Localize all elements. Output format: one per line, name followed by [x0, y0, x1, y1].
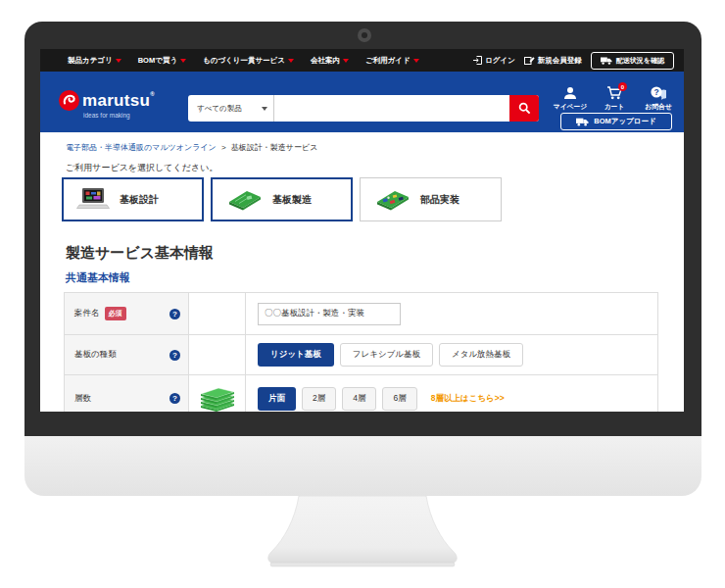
- search-button[interactable]: [509, 95, 539, 122]
- browser-screen: 製品カテゴリ BOMで買う ものづくり一貫サービス 会社案内 ご利用ガイド: [40, 49, 684, 412]
- nav-label: 製品カテゴリ: [68, 56, 113, 66]
- register-label: 新規会員登録: [538, 56, 582, 66]
- chevron-down-icon: [116, 59, 121, 63]
- service-card-label: 基板製造: [272, 193, 312, 207]
- help-icon[interactable]: ?: [169, 350, 180, 361]
- mypage-button[interactable]: マイページ: [550, 86, 591, 112]
- monitor-mockup: 製品カテゴリ BOMで買う ものづくり一貫サービス 会社案内 ご利用ガイド: [0, 0, 725, 588]
- service-card-pcb-manufacture[interactable]: 基板製造: [211, 177, 353, 221]
- nav-label: 会社案内: [311, 56, 340, 66]
- board-type-label-cell: 基板の種類 ?: [65, 335, 189, 374]
- search-category-value: すべての製品: [197, 104, 242, 114]
- svg-text:?: ?: [653, 87, 658, 97]
- nav-user-guide[interactable]: ご利用ガイド: [365, 56, 419, 66]
- chevron-down-icon: [343, 59, 349, 63]
- registered-mark: ®: [150, 91, 155, 97]
- marutsu-logo-mark-icon: [59, 90, 79, 111]
- register-icon: [524, 56, 535, 65]
- service-select-prompt: ご利用サービスを選択してください。: [66, 162, 218, 174]
- service-card-label: 部品実装: [420, 193, 459, 207]
- subsection-title: 共通基本情報: [66, 270, 130, 285]
- monitor-stand: [255, 496, 470, 568]
- top-nav-bar: 製品カテゴリ BOMで買う ものづくり一貫サービス 会社案内 ご利用ガイド: [40, 49, 684, 72]
- monitor-chin: [24, 436, 701, 496]
- logo-tagline: ideas for making: [83, 112, 155, 119]
- nav-label: ご利用ガイド: [365, 56, 411, 66]
- question-chat-icon: ?: [651, 86, 666, 100]
- chevron-down-icon: [288, 59, 294, 63]
- field-label: 層数: [74, 393, 91, 405]
- form-row-board-type: 基板の種類 ? リジット基板 フレキシブル基板 メタル放熱基板: [65, 335, 657, 375]
- dropdown-arrow-icon: [262, 107, 267, 111]
- more-layers-link[interactable]: 8層以上はこちら>>: [431, 393, 505, 405]
- required-badge: 必須: [105, 307, 126, 320]
- layer-count-options: 片面 2層 4層 6層 8層以上はこちら>>: [246, 375, 657, 412]
- row-icon-cell: [189, 375, 246, 412]
- breadcrumb-home-link[interactable]: 電子部品・半導体通販のマルツオンライン: [66, 143, 217, 152]
- logo-text: marutsu®: [82, 91, 155, 111]
- marutsu-logo[interactable]: marutsu® ideas for making: [59, 90, 155, 119]
- search-category-dropdown[interactable]: すべての製品: [188, 95, 274, 122]
- login-icon: [473, 56, 482, 65]
- search-icon: [518, 102, 531, 115]
- service-card-pcb-design[interactable]: 基板設計: [62, 177, 204, 221]
- option-4-layers[interactable]: 4層: [342, 387, 376, 411]
- chevron-down-icon: [180, 59, 186, 63]
- form-row-layer-count: 層数 ?: [65, 375, 657, 412]
- shipping-status-button[interactable]: 配送状況を確認: [591, 52, 674, 70]
- service-cards: 基板設計 基板製造: [62, 177, 502, 221]
- option-single-side[interactable]: 片面: [258, 387, 296, 411]
- option-rigid-board[interactable]: リジット基板: [258, 343, 334, 367]
- row-icon-cell: [189, 293, 246, 334]
- shipping-status-label: 配送状況を確認: [616, 56, 664, 66]
- mypage-label: マイページ: [554, 102, 588, 112]
- nav-label: ものづくり一貫サービス: [203, 56, 285, 66]
- row-icon-cell: [189, 335, 246, 374]
- cart-count-badge: 0: [618, 82, 627, 91]
- nav-label: BOMで買う: [138, 56, 177, 66]
- login-link[interactable]: ログイン: [473, 56, 515, 66]
- bom-upload-label: BOMアップロード: [594, 117, 655, 126]
- cart-label: カート: [604, 102, 625, 112]
- register-link[interactable]: 新規会員登録: [524, 56, 582, 66]
- layer-stack-icon: [198, 385, 237, 412]
- search-input[interactable]: [274, 95, 509, 122]
- page-content: 電子部品・半導体通販のマルツオンライン > 基板設計・製造サービス ご利用サービ…: [40, 132, 684, 412]
- breadcrumb-current: 基板設計・製造サービス: [231, 143, 318, 152]
- breadcrumb: 電子部品・半導体通販のマルツオンライン > 基板設計・製造サービス: [66, 142, 317, 153]
- form-row-project-name: 案件名 必須 ?: [65, 293, 657, 335]
- project-name-input[interactable]: [258, 303, 401, 325]
- site-header: marutsu® ideas for making すべての製品: [40, 72, 684, 132]
- field-label: 案件名: [74, 308, 100, 319]
- nav-product-category[interactable]: 製品カテゴリ: [68, 56, 121, 66]
- project-name-content-cell: [246, 293, 657, 334]
- project-name-label-cell: 案件名 必須 ?: [65, 293, 189, 334]
- laptop-design-icon: [76, 187, 110, 212]
- page-title: 製造サービス基本情報: [66, 244, 214, 263]
- board-type-options: リジット基板 フレキシブル基板 メタル放熱基板: [246, 335, 657, 374]
- option-metal-board[interactable]: メタル放熱基板: [439, 343, 523, 367]
- help-icon[interactable]: ?: [169, 309, 180, 319]
- basic-info-form: 案件名 必須 ? 基板の種類 ?: [64, 292, 658, 412]
- nav-company-info[interactable]: 会社案内: [311, 56, 349, 66]
- nav-bom-buy[interactable]: BOMで買う: [138, 56, 186, 66]
- service-card-parts-assembly[interactable]: 部品実装: [360, 177, 502, 221]
- nav-right-group: ログイン 新規会員登録 配送状況を確認: [473, 52, 674, 70]
- help-icon[interactable]: ?: [169, 393, 180, 404]
- option-2-layers[interactable]: 2層: [302, 387, 336, 411]
- field-label: 基板の種類: [74, 349, 117, 361]
- pcb-board-icon: [225, 187, 263, 212]
- chevron-down-icon: [413, 59, 419, 63]
- search-bar: すべての製品: [188, 95, 539, 122]
- contact-button[interactable]: ? お問合せ: [638, 86, 679, 112]
- webcam-dot: [358, 28, 371, 42]
- bom-upload-button[interactable]: BOMアップロード: [560, 113, 672, 130]
- breadcrumb-separator: >: [221, 143, 226, 152]
- nav-monodzukuri-service[interactable]: ものづくり一貫サービス: [203, 56, 294, 66]
- option-flexible-board[interactable]: フレキシブル基板: [340, 343, 433, 367]
- service-card-label: 基板設計: [120, 193, 159, 207]
- option-6-layers[interactable]: 6層: [382, 387, 416, 411]
- truck-icon: [601, 57, 612, 65]
- pcb-assembly-icon: [373, 187, 411, 212]
- cart-button[interactable]: 0 カート: [594, 86, 635, 112]
